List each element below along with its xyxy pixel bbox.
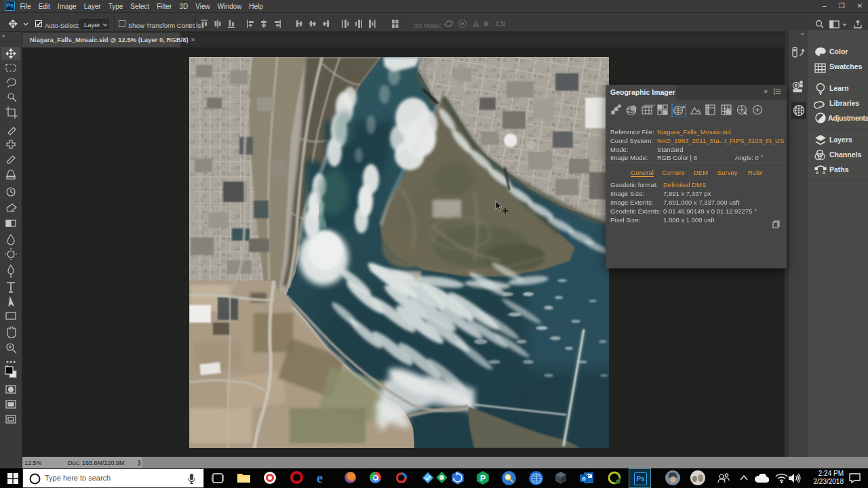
svg-text:o: o: [582, 475, 586, 482]
svg-text:P: P: [480, 474, 486, 483]
